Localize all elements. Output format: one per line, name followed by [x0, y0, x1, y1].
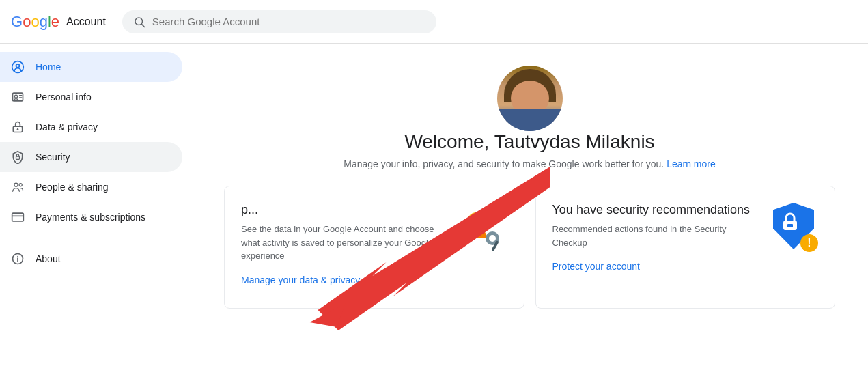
data-privacy-icon	[11, 120, 25, 134]
privacy-illustration	[453, 203, 507, 257]
svg-point-22	[489, 235, 496, 242]
svg-point-9	[17, 128, 19, 130]
main-content: Welcome, Tautvydas Milaknis Manage your …	[191, 44, 868, 366]
sidebar-payments-label: Payments & subscriptions	[36, 212, 145, 223]
sidebar-item-data-privacy[interactable]: Data & privacy	[0, 112, 182, 142]
header: Google Account	[0, 0, 868, 44]
search-input[interactable]	[152, 16, 425, 27]
logo-area: Google Account	[11, 13, 106, 31]
sidebar-item-personal-info[interactable]: Personal info	[0, 82, 182, 112]
sidebar-home-label: Home	[36, 61, 61, 72]
sidebar-about-label: About	[36, 253, 61, 264]
search-icon	[133, 16, 145, 28]
svg-rect-25	[787, 224, 793, 227]
security-card-title: You have security recommendations	[552, 203, 759, 217]
search-bar[interactable]	[122, 10, 436, 33]
payments-icon	[11, 210, 25, 224]
sidebar-item-home[interactable]: Home	[0, 52, 182, 82]
account-label: Account	[66, 16, 106, 28]
google-logo: Google	[11, 13, 59, 31]
svg-line-1	[141, 24, 144, 27]
sidebar-item-payments[interactable]: Payments & subscriptions	[0, 202, 182, 232]
sidebar-item-people-sharing[interactable]: People & sharing	[0, 172, 182, 202]
sidebar-item-about[interactable]: About	[0, 244, 182, 274]
privacy-card-title: p...	[241, 203, 442, 217]
privacy-card-content: p... See the data in your Google Account…	[241, 203, 442, 286]
cards-row: p... See the data in your Google Account…	[224, 186, 835, 309]
security-icon	[11, 150, 25, 164]
svg-point-11	[14, 183, 18, 186]
personal-info-icon	[11, 90, 25, 104]
layout: Home Personal info	[0, 44, 868, 366]
security-card-icon: !	[769, 203, 818, 252]
lock-icon	[780, 211, 800, 233]
privacy-card-desc: See the data in your Google Account and …	[241, 223, 442, 263]
shield-warning: !	[800, 234, 818, 252]
svg-point-5	[14, 95, 17, 98]
svg-point-12	[19, 184, 22, 186]
security-card-content: You have security recommendations Recomm…	[552, 203, 759, 272]
avatar	[497, 66, 563, 131]
sidebar: Home Personal info	[0, 44, 191, 366]
security-card: You have security recommendations Recomm…	[535, 186, 836, 309]
privacy-card-link[interactable]: Manage your data & privacy	[241, 274, 360, 285]
nav-divider	[11, 238, 180, 238]
svg-rect-13	[12, 213, 24, 221]
svg-point-20	[471, 214, 482, 225]
profile-section: Welcome, Tautvydas Milaknis Manage your …	[224, 66, 835, 169]
sidebar-people-sharing-label: People & sharing	[36, 182, 109, 193]
people-sharing-icon	[11, 180, 25, 194]
sidebar-personal-info-label: Personal info	[36, 92, 92, 102]
about-icon	[11, 252, 25, 266]
sidebar-item-security[interactable]: Security	[0, 142, 182, 172]
svg-point-17	[17, 256, 18, 257]
welcome-subtitle: Manage your info, privacy, and security …	[344, 158, 715, 169]
home-icon	[11, 60, 25, 74]
security-card-link[interactable]: Protect your account	[552, 261, 640, 272]
svg-point-3	[16, 64, 20, 68]
security-card-desc: Recommended actions found in the Securit…	[552, 223, 759, 249]
svg-rect-10	[16, 156, 20, 159]
avatar-suit	[497, 109, 563, 131]
welcome-name: Welcome, Tautvydas Milaknis	[404, 131, 654, 153]
privacy-card: p... See the data in your Google Account…	[224, 186, 524, 309]
privacy-card-icon	[453, 203, 507, 257]
sidebar-data-privacy-label: Data & privacy	[36, 122, 98, 132]
sidebar-security-label: Security	[36, 152, 70, 163]
learn-more-link[interactable]: Learn more	[667, 158, 716, 169]
